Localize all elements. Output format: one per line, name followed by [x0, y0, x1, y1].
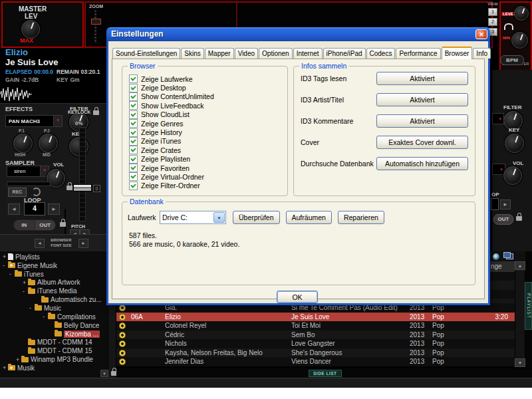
bpm-button[interactable]: BPM [500, 55, 524, 65]
tab-sound-einstellungen[interactable]: Sound-Einstellungen [112, 48, 180, 59]
tree-item-kizomba[interactable]: Kizomba ... [0, 330, 108, 338]
checkbox-row-zeige-genres[interactable]: Zeige Genres [129, 119, 283, 128]
checkbox-row-show-livefeedback[interactable]: Show LiveFeedback [129, 101, 283, 110]
tree-item-playlists[interactable]: +Playlists [0, 253, 108, 261]
tree-item-itunes[interactable]: -iTunes [0, 270, 108, 279]
view-button-1[interactable]: 1 [488, 8, 497, 16]
tab-internet[interactable]: Internet [293, 48, 323, 59]
expand-plus-icon[interactable]: + [23, 279, 28, 286]
drive-select[interactable]: Drive C: ▼ [160, 211, 226, 224]
screens-icon[interactable] [506, 253, 513, 259]
checkbox-row-show-contentunlimited[interactable]: Show ContentUnlimited [129, 92, 283, 101]
tree-item-mddt-cdmm-15[interactable]: MDDT - CDMM 15 [0, 346, 108, 355]
headphone-level-knob[interactable] [514, 6, 529, 21]
loop-increase-button[interactable]: ► [48, 203, 60, 215]
db-button-berpr-fen[interactable]: Überprüfen [233, 211, 280, 224]
checkbox-checked-icon[interactable] [129, 110, 138, 119]
effect-param1-knob[interactable] [13, 134, 33, 153]
expand-plus-icon[interactable]: + [3, 253, 8, 260]
track-row-toi-et-moi[interactable]: Colonel ReyelToi Et Moi2013Pop [116, 321, 515, 331]
side-list-button[interactable]: SIDE LIST [309, 370, 342, 377]
tree-item-eigene-musik[interactable]: -Eigene Musik [0, 261, 108, 270]
checkbox-row-zeige-favoriten[interactable]: Zeige Favoriten [129, 164, 283, 172]
checkbox-row-zeige-desktop[interactable]: Zeige Desktop [129, 83, 283, 92]
checkbox-row-zeige-filter-ordner[interactable]: Zeige Filter-Ordner [129, 182, 283, 190]
setting-button-durchsuche-datenbank[interactable]: Automatisch hinzufügen [376, 157, 468, 170]
checkbox-row-zeige-laufwerke[interactable]: Zeige Laufwerke [129, 74, 283, 83]
collapse-minus-icon[interactable]: - [3, 262, 8, 269]
checkbox-checked-icon[interactable] [129, 74, 138, 83]
checkbox-row-zeige-playlisten[interactable]: Zeige Playlisten [129, 155, 283, 164]
tree-item-compilations[interactable]: -Compilations [0, 313, 108, 321]
expand-plus-icon[interactable]: + [3, 364, 8, 371]
chevron-down-icon[interactable]: ▼ [53, 116, 62, 126]
checkbox-row-zeige-virtual-ordner[interactable]: Zeige Virtual-Ordner [129, 172, 283, 181]
chevron-down-icon[interactable]: ▼ [213, 212, 225, 223]
pitch-slider-handle[interactable] [73, 184, 92, 192]
checkbox-checked-icon[interactable] [129, 164, 138, 172]
view-button-2[interactable]: 2 [488, 18, 497, 26]
checkbox-checked-icon[interactable] [129, 137, 138, 146]
collapse-minus-icon[interactable]: - [43, 313, 48, 320]
setting-button-id3-artist-titel[interactable]: Aktiviert [376, 93, 468, 106]
track-row-viens-dancer[interactable]: Jennifer DiasViens Dancer2013Pop [116, 357, 515, 366]
checkbox-checked-icon[interactable] [129, 101, 138, 110]
dialog-titlebar[interactable]: Einstellungen [106, 27, 490, 41]
tracklist-scrollbar[interactable] [515, 261, 525, 368]
loop-out-button[interactable]: OUT [35, 220, 56, 230]
collapse-minus-icon[interactable]: - [29, 305, 35, 311]
playlist-side-tab[interactable]: PLAYLIST [525, 282, 532, 330]
tab-mapper[interactable]: Mapper [205, 48, 234, 59]
tab-performance[interactable]: Performance [396, 48, 440, 59]
zoom-slider-handle[interactable] [91, 19, 101, 25]
setting-button-id3-tags-lesen[interactable]: Aktiviert [376, 72, 468, 85]
checkbox-row-zeige-history[interactable]: Zeige History [129, 128, 283, 136]
sample-select[interactable]: siren ▼ [7, 166, 49, 177]
right-effect-select[interactable]: ▼ [492, 113, 504, 124]
checkbox-checked-icon[interactable] [129, 182, 138, 190]
tab-video[interactable]: Video [235, 48, 258, 59]
netsearch-icon[interactable] [493, 253, 499, 260]
tracklist-scroll-down-button[interactable]: ▼ [515, 358, 525, 367]
font-size-increase-button[interactable]: ► [78, 239, 88, 248]
tab-skins[interactable]: Skins [181, 48, 203, 59]
right-key-knob[interactable] [505, 134, 524, 153]
tree-item-winamp-mp3-bundle[interactable]: +Winamp MP3 Bundle [0, 355, 108, 364]
right-volume-knob[interactable] [503, 166, 522, 185]
close-icon[interactable]: ✕ [475, 29, 487, 39]
tab-iphone-ipad[interactable]: iPhone/iPad [323, 48, 366, 59]
db-button-reparieren[interactable]: Reparieren [338, 211, 384, 224]
ok-button[interactable]: OK [277, 291, 318, 303]
tree-item-mddt-cdmm-14[interactable]: MDDT - CDMM 14 [0, 338, 108, 346]
checkbox-row-show-cloudlist[interactable]: Show CloudList [129, 110, 283, 119]
tree-scroll-down-button[interactable]: ▼ [100, 370, 108, 377]
cue-master-knob[interactable] [511, 32, 528, 49]
tree-item-itunes-media[interactable]: -iTunes Media [0, 287, 108, 295]
tree-item-music[interactable]: -Music [0, 304, 108, 313]
tab-browser[interactable]: Browser [442, 47, 473, 59]
db-button-aufr-umen[interactable]: Aufräumen [286, 211, 332, 224]
tree-item-album-artwork[interactable]: +Album Artwork [0, 279, 108, 287]
checkbox-checked-icon[interactable] [129, 92, 138, 101]
loop-decrease-button[interactable]: ◄ [8, 203, 20, 215]
checkbox-checked-icon[interactable] [129, 84, 138, 92]
checkbox-checked-icon[interactable] [129, 155, 138, 164]
track-row-je-suis-love[interactable]: 06AElizioJe Suis Love2013Pop3:20 [116, 313, 515, 322]
loop-cycle-icon[interactable] [32, 188, 41, 196]
tree-item-belly-dance[interactable]: Belly Dance [0, 321, 108, 330]
tracklist-scroll-up-button[interactable]: ▲ [515, 261, 525, 270]
checkbox-checked-icon[interactable] [129, 119, 138, 128]
tab-optionen[interactable]: Optionen [259, 48, 293, 59]
tree-item-automatisch-zu[interactable]: Automatisch zu... [0, 295, 108, 304]
setting-button-cover[interactable]: Exaktes Cover downl. [376, 136, 468, 149]
right-loop-increase-button[interactable]: ► [500, 200, 511, 209]
checkbox-checked-icon[interactable] [129, 172, 138, 181]
font-size-decrease-button[interactable]: ◄ [35, 239, 45, 248]
tab-codecs[interactable]: Codecs [366, 48, 396, 59]
checkbox-checked-icon[interactable] [129, 128, 138, 137]
collapse-minus-icon[interactable]: - [9, 271, 15, 277]
track-row-she-s-dangerous[interactable]: Kaysha, Nelson Freitas, Big NeloShe's Da… [116, 348, 515, 358]
checkbox-row-zeige-itunes[interactable]: Zeige iTunes [129, 137, 283, 146]
tree-item-musik[interactable]: +Musik [0, 364, 108, 372]
pitch-lock-icon[interactable] [66, 186, 72, 190]
